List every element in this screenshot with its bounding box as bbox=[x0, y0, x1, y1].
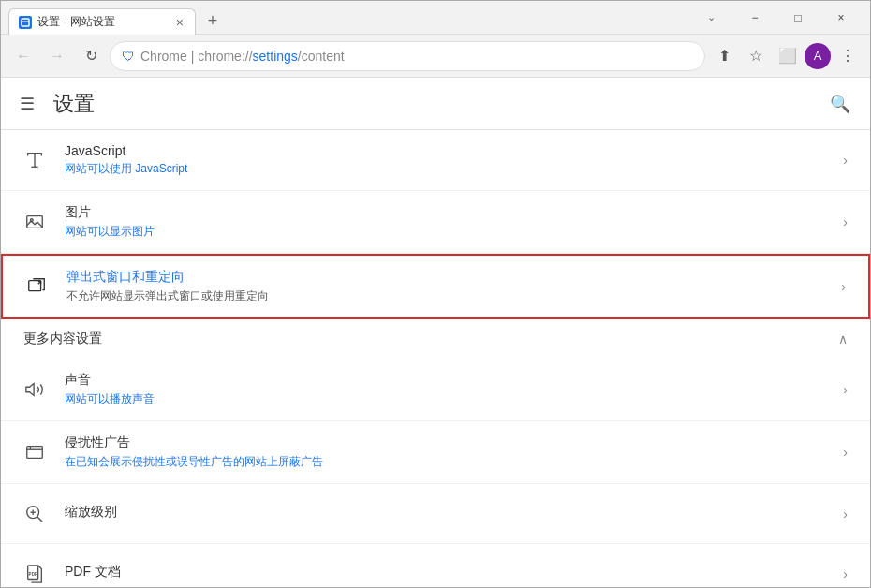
url-scheme: chrome:// bbox=[198, 49, 252, 64]
images-subtitle: 网站可以显示图片 bbox=[65, 224, 824, 240]
url-text: Chrome | chrome://settings/content bbox=[140, 49, 693, 64]
security-icon: 🛡 bbox=[122, 49, 135, 64]
images-arrow: › bbox=[843, 214, 848, 229]
window-frame: 设置 - 网站设置 × + ⌄ − □ × ← → bbox=[0, 0, 871, 588]
active-tab[interactable]: 设置 - 网站设置 × bbox=[8, 8, 196, 35]
pdf-title: PDF 文档 bbox=[65, 564, 824, 581]
ads-text: 侵扰性广告 在已知会展示侵扰性或误导性广告的网站上屏蔽广告 bbox=[65, 434, 824, 470]
zoom-icon bbox=[23, 503, 46, 525]
zoom-item[interactable]: 缩放级别 › bbox=[1, 484, 870, 544]
address-bar[interactable]: 🛡 Chrome | chrome://settings/content bbox=[110, 41, 705, 71]
svg-line-13 bbox=[37, 516, 43, 522]
ads-arrow: › bbox=[843, 445, 848, 460]
pdf-item[interactable]: PDF PDF 文档 › bbox=[1, 544, 870, 587]
window-expand-button[interactable]: ⌄ bbox=[703, 10, 718, 25]
sidebar-toggle-button[interactable]: ☰ bbox=[16, 90, 38, 118]
url-chrome: Chrome bbox=[140, 49, 187, 64]
ads-title: 侵扰性广告 bbox=[65, 434, 824, 451]
chrome-menu-button[interactable]: ⋮ bbox=[833, 41, 863, 71]
zoom-arrow: › bbox=[843, 507, 848, 522]
javascript-title: JavaScript bbox=[65, 143, 824, 158]
tab-title: 设置 - 网站设置 bbox=[37, 14, 169, 30]
ads-item[interactable]: 侵扰性广告 在已知会展示侵扰性或误导性广告的网站上屏蔽广告 › bbox=[1, 421, 870, 484]
new-tab-button[interactable]: + bbox=[199, 7, 226, 34]
url-settings: settings bbox=[253, 49, 298, 64]
bookmark-button[interactable]: ☆ bbox=[741, 41, 771, 71]
images-title: 图片 bbox=[65, 204, 824, 221]
section-header-title: 更多内容设置 bbox=[23, 331, 838, 347]
section-header-collapse-icon: ∧ bbox=[838, 331, 848, 346]
forward-button[interactable]: → bbox=[42, 41, 72, 71]
browser-menu-button[interactable]: ⬜ bbox=[773, 41, 803, 71]
sound-subtitle: 网站可以播放声音 bbox=[65, 391, 824, 407]
back-button[interactable]: ← bbox=[8, 41, 38, 71]
pdf-arrow: › bbox=[843, 566, 848, 581]
tab-strip: 设置 - 网站设置 × + bbox=[8, 1, 700, 34]
javascript-icon bbox=[23, 149, 46, 171]
window-controls: − □ × bbox=[733, 1, 863, 35]
settings-list: JavaScript 网站可以使用 JavaScript › bbox=[1, 130, 870, 587]
minimize-button[interactable]: − bbox=[733, 1, 776, 35]
svg-text:PDF: PDF bbox=[29, 571, 37, 576]
ads-icon bbox=[23, 441, 46, 463]
sound-text: 声音 网站可以播放声音 bbox=[65, 372, 824, 407]
popups-text: 弹出式窗口和重定向 不允许网站显示弹出式窗口或使用重定向 bbox=[66, 269, 822, 304]
javascript-item[interactable]: JavaScript 网站可以使用 JavaScript › bbox=[1, 130, 870, 191]
svg-rect-4 bbox=[27, 216, 43, 228]
svg-rect-6 bbox=[29, 281, 41, 291]
profile-button[interactable]: A bbox=[805, 43, 831, 69]
reload-button[interactable]: ↻ bbox=[76, 41, 106, 71]
more-settings-section-header[interactable]: 更多内容设置 ∧ bbox=[1, 319, 870, 359]
pdf-icon: PDF bbox=[23, 563, 46, 585]
pdf-text: PDF 文档 bbox=[65, 564, 824, 583]
popups-subtitle: 不允许网站显示弹出式窗口或使用重定向 bbox=[66, 288, 822, 304]
javascript-arrow: › bbox=[843, 153, 848, 168]
nav-right-controls: ⬆ ☆ ⬜ A ⋮ bbox=[709, 41, 863, 71]
sound-arrow: › bbox=[843, 382, 848, 397]
javascript-text: JavaScript 网站可以使用 JavaScript bbox=[65, 143, 824, 177]
svg-rect-9 bbox=[27, 447, 43, 459]
javascript-subtitle: 网站可以使用 JavaScript bbox=[65, 161, 824, 177]
images-item[interactable]: 图片 网站可以显示图片 › bbox=[1, 191, 870, 254]
ads-subtitle: 在已知会展示侵扰性或误导性广告的网站上屏蔽广告 bbox=[65, 454, 824, 470]
share-button[interactable]: ⬆ bbox=[709, 41, 739, 71]
popups-title: 弹出式窗口和重定向 bbox=[66, 269, 822, 286]
navigation-bar: ← → ↻ 🛡 Chrome | chrome://settings/conte… bbox=[1, 35, 870, 78]
sound-icon bbox=[23, 378, 46, 401]
settings-header: ☰ 设置 🔍 bbox=[1, 78, 870, 130]
content-area[interactable]: JavaScript 网站可以使用 JavaScript › bbox=[1, 130, 870, 587]
popups-arrow: › bbox=[841, 279, 846, 294]
images-text: 图片 网站可以显示图片 bbox=[65, 204, 824, 240]
popup-icon bbox=[25, 275, 48, 298]
svg-rect-0 bbox=[22, 19, 29, 26]
url-path: /content bbox=[298, 49, 345, 64]
restore-button[interactable]: □ bbox=[776, 1, 819, 35]
page-title: 设置 bbox=[53, 90, 95, 118]
tab-favicon bbox=[19, 16, 32, 29]
search-button[interactable]: 🔍 bbox=[825, 89, 855, 119]
title-bar: 设置 - 网站设置 × + ⌄ − □ × bbox=[1, 1, 870, 35]
svg-marker-8 bbox=[26, 384, 34, 396]
search-icon: 🔍 bbox=[830, 94, 850, 114]
close-button[interactable]: × bbox=[819, 1, 863, 35]
popups-item[interactable]: 弹出式窗口和重定向 不允许网站显示弹出式窗口或使用重定向 › bbox=[1, 254, 870, 319]
sound-item[interactable]: 声音 网站可以播放声音 › bbox=[1, 359, 870, 421]
tab-close-button[interactable]: × bbox=[174, 14, 185, 31]
images-icon bbox=[23, 211, 46, 233]
page-content: ☰ 设置 🔍 bbox=[1, 78, 870, 587]
zoom-title: 缩放级别 bbox=[65, 504, 824, 521]
zoom-text: 缩放级别 bbox=[65, 504, 824, 523]
sound-title: 声音 bbox=[65, 372, 824, 389]
